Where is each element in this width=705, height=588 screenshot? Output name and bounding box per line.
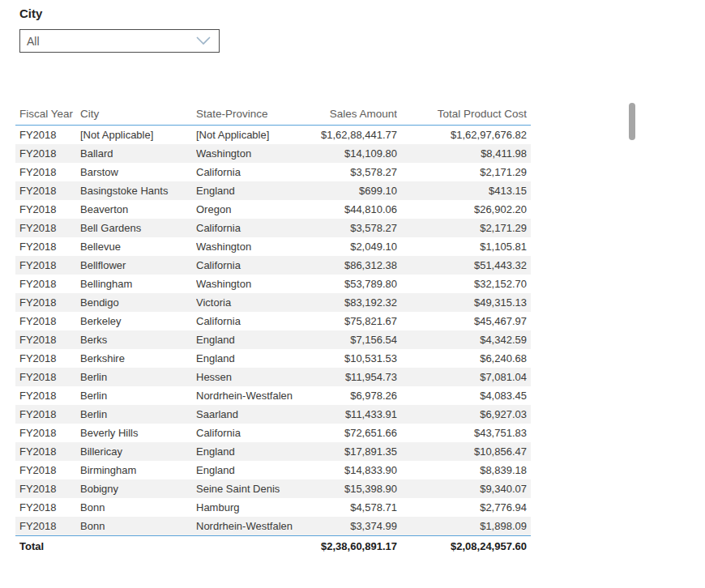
table-row[interactable]: FY2018BonnHamburg$4,578.71$2,776.94 (15, 498, 531, 517)
table-cell: $4,083.45 (397, 386, 531, 405)
table-cell: Berlin (80, 405, 196, 424)
table-row[interactable]: FY2018BerkshireEngland$10,531.53$6,240.6… (15, 349, 531, 368)
table-cell: $7,156.54 (314, 330, 397, 349)
table-row[interactable]: FY2018BellinghamWashington$53,789.80$32,… (15, 275, 531, 293)
table-cell: $4,342.59 (397, 330, 531, 349)
table-cell: $4,578.71 (314, 498, 397, 517)
column-header-state-province[interactable]: State-Province (196, 102, 314, 126)
table-row[interactable]: FY2018Basingstoke HantsEngland$699.10$41… (15, 181, 531, 200)
table-cell: FY2018 (15, 293, 80, 312)
column-header-total-product-cost[interactable]: Total Product Cost (397, 102, 531, 126)
total-value (80, 536, 196, 557)
table-row[interactable]: FY2018[Not Applicable][Not Applicable]$1… (15, 126, 531, 145)
table-cell: England (196, 349, 314, 368)
chevron-down-icon (196, 34, 211, 49)
table-row[interactable]: FY2018BerksEngland$7,156.54$4,342.59 (15, 330, 531, 349)
table-cell: Bonn (80, 498, 196, 517)
table-cell: $413.15 (397, 181, 531, 200)
table-cell: FY2018 (15, 275, 80, 293)
table-cell: FY2018 (15, 330, 80, 349)
table-row[interactable]: FY2018BerkeleyCalifornia$75,821.67$45,46… (15, 312, 531, 330)
table-cell: Berks (80, 330, 196, 349)
table-cell: $10,531.53 (314, 349, 397, 368)
total-value (196, 536, 314, 557)
table-cell: FY2018 (15, 200, 80, 219)
table-row[interactable]: FY2018BeavertonOregon$44,810.06$26,902.2… (15, 200, 531, 219)
table-row[interactable]: FY2018BirminghamEngland$14,833.90$8,839.… (15, 461, 531, 479)
table-cell: $86,312.38 (314, 256, 397, 275)
table-cell: $3,578.27 (314, 219, 397, 237)
table-row[interactable]: FY2018BerlinNordrhein-Westfalen$6,978.26… (15, 386, 531, 405)
table-cell: $1,62,97,676.82 (397, 126, 531, 145)
table-cell: $53,789.80 (314, 275, 397, 293)
table-cell: $6,240.68 (397, 349, 531, 368)
table-cell: FY2018 (15, 144, 80, 163)
table-cell: $45,467.97 (397, 312, 531, 330)
table-cell: $11,954.73 (314, 368, 397, 386)
table-cell: Bellevue (80, 237, 196, 256)
total-label: Total (15, 536, 80, 557)
table-cell: $3,578.27 (314, 163, 397, 181)
table-cell: England (196, 181, 314, 200)
table-cell: $1,62,88,441.77 (314, 126, 397, 145)
table-cell: $6,978.26 (314, 386, 397, 405)
table-cell: FY2018 (15, 498, 80, 517)
table-row[interactable]: FY2018BerlinHessen$11,954.73$7,081.04 (15, 368, 531, 386)
table-row[interactable]: FY2018Bell GardensCalifornia$3,578.27$2,… (15, 219, 531, 237)
table-cell: $699.10 (314, 181, 397, 200)
table-cell: Birmingham (80, 461, 196, 479)
table-cell: Washington (196, 144, 314, 163)
table-cell: FY2018 (15, 237, 80, 256)
table-row[interactable]: FY2018BendigoVictoria$83,192.32$49,315.1… (15, 293, 531, 312)
table-cell: $32,152.70 (397, 275, 531, 293)
table-body: FY2018[Not Applicable][Not Applicable]$1… (15, 126, 531, 536)
table-cell: Basingstoke Hants (80, 181, 196, 200)
table-cell: $1,898.09 (397, 517, 531, 536)
column-header-city[interactable]: City (80, 102, 196, 126)
table-cell: $72,651.66 (314, 424, 397, 442)
table-total-row: Total$2,38,60,891.17$2,08,24,957.60 (15, 536, 531, 557)
column-header-sales-amount[interactable]: Sales Amount (314, 102, 397, 126)
table-cell: Nordrhein-Westfalen (196, 386, 314, 405)
table-row[interactable]: FY2018BellflowerCalifornia$86,312.38$51,… (15, 256, 531, 275)
slicer-title: City (19, 6, 42, 20)
table-cell: England (196, 442, 314, 461)
city-dropdown[interactable]: All (19, 29, 220, 53)
scrollbar-thumb[interactable] (629, 103, 635, 140)
table-cell: $1,105.81 (397, 237, 531, 256)
table-cell: FY2018 (15, 181, 80, 200)
table-cell: FY2018 (15, 219, 80, 237)
table-row[interactable]: FY2018BillericayEngland$17,891.35$10,856… (15, 442, 531, 461)
table-row[interactable]: FY2018BobignySeine Saint Denis$15,398.90… (15, 479, 531, 498)
table-cell: $75,821.67 (314, 312, 397, 330)
table-cell: FY2018 (15, 479, 80, 498)
table-cell: Berkshire (80, 349, 196, 368)
table-row[interactable]: FY2018BellevueWashington$2,049.10$1,105.… (15, 237, 531, 256)
table-cell: $2,171.29 (397, 219, 531, 237)
table-cell: Billericay (80, 442, 196, 461)
table-row[interactable]: FY2018BallardWashington$14,109.80$8,411.… (15, 144, 531, 163)
table-cell: $14,109.80 (314, 144, 397, 163)
table-cell: Barstow (80, 163, 196, 181)
table-cell: [Not Applicable] (80, 126, 196, 145)
table-cell: Hamburg (196, 498, 314, 517)
table-row[interactable]: FY2018Beverly HillsCalifornia$72,651.66$… (15, 424, 531, 442)
table-row[interactable]: FY2018BonnNordrhein-Westfalen$3,374.99$1… (15, 517, 531, 536)
table-cell: Nordrhein-Westfalen (196, 517, 314, 536)
total-value: $2,38,60,891.17 (314, 536, 397, 557)
table-cell: Hessen (196, 368, 314, 386)
table-cell: $3,374.99 (314, 517, 397, 536)
table-cell: $2,776.94 (397, 498, 531, 517)
table-cell: FY2018 (15, 126, 80, 145)
table-cell: California (196, 312, 314, 330)
table-row[interactable]: FY2018BerlinSaarland$11,433.91$6,927.03 (15, 405, 531, 424)
table-cell: FY2018 (15, 312, 80, 330)
table-cell: Beaverton (80, 200, 196, 219)
table-cell: Bellflower (80, 256, 196, 275)
table-cell: FY2018 (15, 349, 80, 368)
table-cell: England (196, 461, 314, 479)
table-cell: Berlin (80, 386, 196, 405)
table-cell: $10,856.47 (397, 442, 531, 461)
column-header-fiscal-year[interactable]: Fiscal Year (15, 102, 80, 126)
table-row[interactable]: FY2018BarstowCalifornia$3,578.27$2,171.2… (15, 163, 531, 181)
